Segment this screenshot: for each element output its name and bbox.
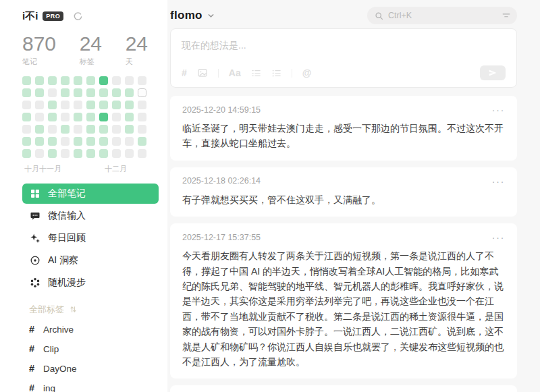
heatmap-cell[interactable] [138, 88, 146, 97]
composer-placeholder[interactable]: 现在的想法是... [182, 40, 506, 52]
search-input[interactable] [388, 11, 497, 20]
heatmap-cell[interactable] [74, 149, 82, 158]
heatmap-cell[interactable] [138, 125, 146, 134]
heatmap-cell[interactable] [125, 125, 134, 134]
search-box[interactable] [367, 7, 517, 24]
sort-icon[interactable] [70, 306, 77, 313]
heatmap-cell[interactable] [61, 113, 70, 121]
heatmap-cell[interactable] [61, 101, 70, 109]
sidebar-item-ai-insight[interactable]: AI 洞察 [22, 250, 159, 271]
heatmap-cell[interactable] [86, 101, 95, 109]
sidebar-item-all-notes[interactable]: 全部笔记 [22, 184, 159, 204]
heatmap-cell[interactable] [99, 101, 108, 109]
heatmap-cell[interactable] [138, 113, 146, 121]
heatmap-cell[interactable] [74, 88, 82, 97]
heatmap-cell[interactable] [22, 113, 31, 121]
heatmap-cell[interactable] [99, 113, 108, 121]
heatmap-cell[interactable] [61, 88, 70, 97]
heatmap-cell[interactable] [86, 137, 95, 146]
heatmap-cell[interactable] [35, 88, 44, 97]
sidebar-item-daily-review[interactable]: 每日回顾 [22, 228, 159, 248]
format-icon[interactable]: Aa [229, 68, 241, 78]
heatmap-cell[interactable] [35, 76, 44, 85]
stat[interactable]: 870笔记 [22, 33, 56, 67]
heatmap-cell[interactable] [74, 137, 82, 146]
heatmap-cell[interactable] [22, 88, 31, 97]
sync-icon[interactable] [73, 11, 83, 22]
heatmap-cell[interactable] [112, 125, 121, 134]
heatmap-cell[interactable] [35, 137, 44, 146]
heatmap-cell[interactable] [22, 149, 31, 158]
heatmap-cell[interactable] [35, 125, 44, 134]
stat[interactable]: 24天 [126, 33, 148, 67]
bullet-list-icon[interactable] [271, 68, 281, 78]
heatmap-cell[interactable] [74, 101, 82, 109]
heatmap-cell[interactable] [48, 113, 57, 121]
sidebar-tag-Clip[interactable]: #Clip [22, 339, 159, 359]
username[interactable]: i不i [22, 10, 38, 23]
sidebar-tag-ing[interactable]: #ing [22, 379, 159, 392]
sidebar-tag-Archive[interactable]: #Archive [22, 320, 159, 339]
more-icon[interactable]: ··· [492, 232, 506, 242]
filter-icon[interactable] [502, 11, 511, 20]
heatmap-cell[interactable] [125, 149, 134, 158]
send-button[interactable] [480, 65, 506, 80]
heatmap-cell[interactable] [99, 149, 108, 158]
heatmap-cell[interactable] [112, 113, 121, 121]
heatmap-cell[interactable] [99, 137, 108, 146]
heatmap-cell[interactable] [61, 137, 70, 146]
heatmap-cell[interactable] [138, 76, 146, 85]
heatmap-cell[interactable] [138, 101, 146, 109]
heatmap-cell[interactable] [125, 101, 134, 109]
image-icon[interactable] [197, 67, 208, 78]
heatmap-cell[interactable] [48, 101, 57, 109]
heatmap-cell[interactable] [48, 88, 57, 97]
stat[interactable]: 24标签 [80, 33, 102, 67]
heatmap-cell[interactable] [112, 101, 121, 109]
more-icon[interactable]: ··· [492, 105, 506, 115]
heatmap-cell[interactable] [86, 125, 95, 134]
heatmap-cell[interactable] [138, 137, 146, 146]
heatmap-cell[interactable] [48, 149, 57, 158]
more-icon[interactable]: ··· [492, 176, 506, 186]
heatmap-cell[interactable] [74, 125, 82, 134]
ordered-list-icon[interactable] [251, 68, 261, 78]
mention-icon[interactable]: @ [302, 68, 312, 78]
heatmap-cell[interactable] [99, 76, 108, 85]
heatmap-cell[interactable] [48, 125, 57, 134]
heatmap-cell[interactable] [138, 149, 146, 158]
heatmap-cell[interactable] [35, 113, 44, 121]
heatmap-cell[interactable] [86, 149, 95, 158]
heatmap-cell[interactable] [125, 113, 134, 121]
heatmap-cell[interactable] [112, 88, 121, 97]
heatmap-cell[interactable] [61, 149, 70, 158]
hash-icon[interactable]: # [182, 68, 187, 78]
heatmap-cell[interactable] [61, 125, 70, 134]
heatmap-cell[interactable] [48, 76, 57, 85]
heatmap-cell[interactable] [22, 76, 31, 85]
heatmap-cell[interactable] [22, 101, 31, 109]
sidebar-tag-DayOne[interactable]: #DayOne [22, 359, 159, 379]
heatmap-cell[interactable] [35, 149, 44, 158]
heatmap-cell[interactable] [112, 76, 121, 85]
heatmap-cell[interactable] [86, 113, 95, 121]
heatmap-cell[interactable] [125, 88, 134, 97]
heatmap-cell[interactable] [74, 113, 82, 121]
heatmap-cell[interactable] [112, 149, 121, 158]
heatmap-cell[interactable] [125, 137, 134, 146]
heatmap-cell[interactable] [74, 76, 82, 85]
sidebar-item-random-walk[interactable]: 随机漫步 [22, 273, 159, 293]
heatmap-cell[interactable] [86, 88, 95, 97]
heatmap-cell[interactable] [99, 125, 108, 134]
heatmap-cell[interactable] [61, 76, 70, 85]
heatmap-cell[interactable] [99, 88, 108, 97]
heatmap-cell[interactable] [22, 125, 31, 134]
app-logo[interactable]: flomo [170, 9, 215, 22]
heatmap-cell[interactable] [112, 137, 121, 146]
heatmap-cell[interactable] [35, 101, 44, 109]
heatmap-cell[interactable] [22, 137, 31, 146]
heatmap-cell[interactable] [125, 76, 134, 85]
note-composer[interactable]: 现在的想法是... #Aa@ [170, 28, 517, 88]
heatmap-cell[interactable] [86, 76, 95, 85]
sidebar-item-wechat-input[interactable]: 微信输入 [22, 206, 159, 226]
